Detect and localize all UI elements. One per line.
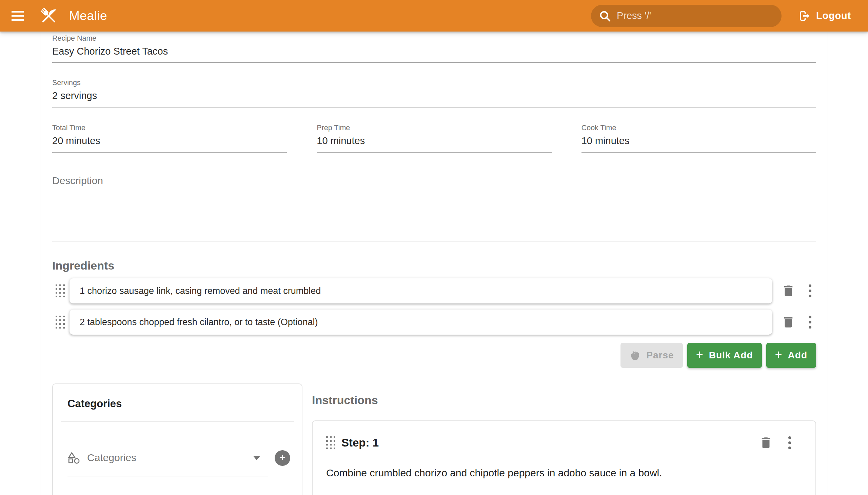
shapes-icon	[67, 451, 80, 464]
categories-column: Categories Categories	[52, 383, 303, 495]
app-bar: Mealie Logout	[0, 0, 868, 32]
kebab-icon	[809, 285, 811, 297]
servings-value[interactable]: 2 servings	[52, 90, 816, 101]
add-label: Add	[788, 350, 807, 361]
step-header: Step: 1	[326, 434, 802, 451]
time-fields-row: Total Time 20 minutes Prep Time 10 minut…	[52, 124, 816, 153]
ingredient-input[interactable]: 2 tablespoons chopped fresh cilantro, or…	[69, 309, 772, 335]
menu-icon[interactable]	[7, 5, 29, 27]
instructions-column: Instructions Step: 1	[312, 383, 816, 495]
add-category-button[interactable]: +	[275, 450, 290, 466]
app-title: Mealie	[69, 9, 107, 23]
step-title: Step: 1	[341, 436, 758, 449]
ingredient-text: 1 chorizo sausage link, casing removed a…	[80, 286, 321, 296]
servings-field[interactable]: Servings 2 servings	[52, 79, 816, 107]
cook-time-value[interactable]: 10 minutes	[581, 135, 816, 147]
recipe-name-value[interactable]: Easy Chorizo Street Tacos	[52, 46, 816, 57]
field-underline	[52, 241, 816, 241]
field-underline	[581, 152, 816, 153]
field-underline	[52, 62, 816, 63]
field-underline	[317, 152, 551, 153]
kebab-icon	[809, 315, 811, 328]
step-menu-button[interactable]	[784, 434, 796, 451]
ingredient-menu-button[interactable]	[804, 283, 816, 299]
field-underline	[52, 152, 287, 153]
drag-handle-icon[interactable]	[56, 285, 65, 297]
step-card: Step: 1 Combine crumbled chorizo and chi…	[312, 421, 816, 495]
parse-label: Parse	[646, 350, 674, 361]
trash-icon	[781, 315, 796, 329]
field-underline	[52, 107, 816, 107]
ingredient-row: 2 tablespoons chopped fresh cilantro, or…	[52, 309, 816, 335]
search-input[interactable]	[617, 10, 775, 21]
ingredients-heading: Ingredients	[52, 259, 816, 272]
trash-icon	[759, 436, 773, 450]
recipe-form-card: Recipe Name Easy Chorizo Street Tacos Se…	[40, 32, 828, 495]
prep-time-value[interactable]: 10 minutes	[317, 135, 551, 147]
logout-icon	[799, 10, 811, 22]
bulk-add-button[interactable]: + Bulk Add	[687, 343, 762, 368]
mealie-logo-icon	[37, 4, 61, 28]
bulk-add-label: Bulk Add	[709, 350, 753, 361]
plus-icon: +	[696, 348, 703, 361]
description-field[interactable]: Description	[52, 175, 816, 241]
drag-handle-icon[interactable]	[326, 436, 335, 449]
recipe-editor-screen: Mealie Logout Recipe Name Easy Chorizo S…	[0, 0, 868, 495]
search-bar[interactable]	[591, 5, 782, 27]
categories-select-row: Categories +	[67, 422, 290, 476]
instructions-heading: Instructions	[312, 394, 816, 407]
prep-time-field[interactable]: Prep Time 10 minutes	[317, 124, 551, 153]
step-text-input[interactable]: Combine crumbled chorizo and chipotle pe…	[326, 466, 802, 480]
trash-icon	[781, 284, 796, 298]
logout-label: Logout	[816, 10, 851, 21]
apple-icon	[629, 349, 641, 361]
chevron-down-icon	[253, 456, 260, 460]
delete-step-button[interactable]	[758, 434, 774, 451]
cook-time-label: Cook Time	[581, 124, 816, 132]
ingredient-actions-row: Parse + Bulk Add + Add	[52, 343, 816, 368]
logout-button[interactable]: Logout	[796, 6, 854, 25]
bottom-columns: Categories Categories	[52, 383, 816, 495]
kebab-icon	[788, 436, 791, 449]
total-time-value[interactable]: 20 minutes	[52, 135, 287, 147]
ingredient-row: 1 chorizo sausage link, casing removed a…	[52, 278, 816, 304]
cook-time-field[interactable]: Cook Time 10 minutes	[581, 124, 816, 153]
plus-icon: +	[279, 452, 286, 463]
delete-ingredient-button[interactable]	[780, 314, 797, 330]
add-ingredient-button[interactable]: + Add	[766, 343, 816, 368]
search-icon	[598, 10, 611, 22]
categories-card-title: Categories	[67, 398, 294, 410]
description-placeholder: Description	[52, 175, 816, 186]
categories-card: Categories Categories	[52, 383, 303, 495]
plus-icon: +	[775, 348, 783, 361]
categories-select-placeholder: Categories	[87, 452, 253, 463]
total-time-field[interactable]: Total Time 20 minutes	[52, 124, 287, 153]
total-time-label: Total Time	[52, 124, 287, 132]
recipe-name-field[interactable]: Recipe Name Easy Chorizo Street Tacos	[52, 32, 816, 63]
categories-select[interactable]: Categories	[67, 440, 268, 476]
delete-ingredient-button[interactable]	[780, 283, 797, 299]
ingredient-input[interactable]: 1 chorizo sausage link, casing removed a…	[69, 278, 772, 304]
prep-time-label: Prep Time	[317, 124, 551, 132]
parse-button[interactable]: Parse	[620, 343, 682, 368]
recipe-name-label: Recipe Name	[52, 34, 816, 43]
ingredient-text: 2 tablespoons chopped fresh cilantro, or…	[80, 317, 318, 327]
ingredient-menu-button[interactable]	[804, 314, 816, 330]
drag-handle-icon[interactable]	[56, 315, 65, 328]
servings-label: Servings	[52, 79, 816, 87]
